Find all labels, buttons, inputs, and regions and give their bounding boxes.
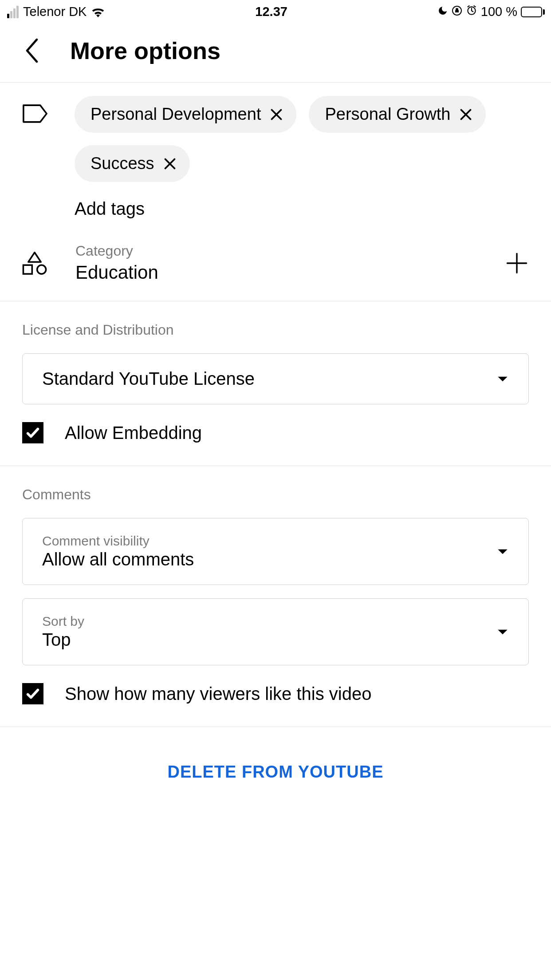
- comments-section: Comments Comment visibility Allow all co…: [0, 466, 551, 727]
- tags-section: Personal Development Personal Growth Suc…: [0, 83, 551, 228]
- category-value: Education: [75, 262, 478, 283]
- allow-embedding-label: Allow Embedding: [65, 423, 202, 443]
- delete-section: DELETE FROM YOUTUBE: [0, 727, 551, 817]
- remove-tag-button[interactable]: [459, 108, 472, 121]
- sort-by-value: Top: [42, 630, 84, 650]
- sort-by-select[interactable]: Sort by Top: [22, 598, 529, 665]
- signal-icon: [7, 6, 19, 18]
- chevron-down-icon: [496, 375, 509, 383]
- tag-chip: Personal Development: [75, 96, 296, 133]
- comment-visibility-select[interactable]: Comment visibility Allow all comments: [22, 518, 529, 585]
- alarm-icon: [466, 4, 477, 19]
- moon-icon: [437, 4, 448, 19]
- delete-from-youtube-button[interactable]: DELETE FROM YOUTUBE: [168, 763, 384, 782]
- tag-label: Personal Growth: [325, 105, 450, 124]
- status-time: 12.37: [255, 4, 287, 19]
- show-likes-checkbox[interactable]: [22, 683, 43, 704]
- page-title: More options: [70, 37, 220, 64]
- license-select[interactable]: Standard YouTube License: [22, 353, 529, 404]
- show-likes-row: Show how many viewers like this video: [22, 683, 529, 704]
- license-section: License and Distribution Standard YouTub…: [0, 301, 551, 466]
- allow-embedding-checkbox[interactable]: [22, 422, 43, 443]
- orientation-lock-icon: [452, 4, 462, 19]
- tag-icon: [22, 96, 48, 125]
- category-label: Category: [75, 243, 478, 259]
- tags-list: Personal Development Personal Growth Suc…: [75, 96, 529, 219]
- status-bar-left: Telenor DK: [7, 4, 105, 19]
- category-row[interactable]: Category Education: [0, 228, 551, 301]
- page-header: More options: [0, 24, 551, 83]
- comments-section-title: Comments: [22, 486, 529, 503]
- chevron-down-icon: [496, 548, 509, 555]
- tag-chip: Success: [75, 145, 190, 182]
- status-bar-right: 100 %: [437, 4, 545, 19]
- sort-by-label: Sort by: [42, 614, 84, 629]
- battery-percent-label: 100 %: [481, 4, 517, 19]
- tag-label: Personal Development: [91, 105, 261, 124]
- license-section-title: License and Distribution: [22, 322, 529, 338]
- comment-visibility-label: Comment visibility: [42, 533, 194, 549]
- chevron-down-icon: [496, 628, 509, 636]
- carrier-label: Telenor DK: [23, 4, 87, 19]
- wifi-icon: [91, 7, 105, 17]
- license-select-value: Standard YouTube License: [42, 369, 255, 389]
- comment-visibility-value: Allow all comments: [42, 549, 194, 569]
- status-bar: Telenor DK 12.37 100 %: [0, 0, 551, 24]
- back-button[interactable]: [25, 38, 39, 63]
- allow-embedding-row: Allow Embedding: [22, 422, 529, 443]
- add-tags-button[interactable]: Add tags: [75, 199, 529, 219]
- shapes-icon: [20, 251, 49, 275]
- battery-icon: [521, 7, 545, 17]
- remove-tag-button[interactable]: [163, 157, 177, 170]
- remove-tag-button[interactable]: [270, 108, 283, 121]
- svg-rect-2: [23, 265, 32, 274]
- show-likes-label: Show how many viewers like this video: [65, 684, 371, 704]
- svg-point-3: [37, 265, 46, 274]
- tag-label: Success: [91, 154, 154, 173]
- plus-icon[interactable]: [505, 251, 529, 275]
- tag-chip: Personal Growth: [309, 96, 486, 133]
